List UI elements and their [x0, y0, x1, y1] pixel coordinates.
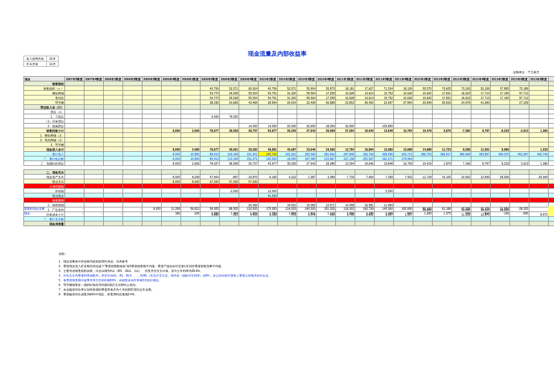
cell — [123, 170, 142, 175]
cell — [413, 138, 433, 142]
cell: 47,604 — [200, 175, 220, 179]
col-header: 2010年2季度 — [278, 77, 297, 81]
note-line: 4、开先支出为季度利率底数为，所定年由A1、B1、B1A、……和B2（所含开支出… — [59, 273, 320, 278]
cell: 16,623 — [452, 96, 471, 100]
row-label: 所得税 — [24, 189, 65, 193]
cell — [413, 193, 433, 198]
summary-cell: 145,060 — [374, 206, 393, 211]
cell — [220, 119, 239, 124]
cell — [317, 133, 336, 138]
cell — [394, 221, 413, 226]
cell — [200, 221, 220, 226]
cell — [278, 138, 297, 142]
summary-cell: - — [123, 211, 142, 216]
cell: 151,321 — [239, 152, 259, 156]
cell: 54,770 — [200, 96, 220, 100]
col-header: 2011年2季度 — [355, 77, 375, 81]
cell: 18,181 — [336, 86, 355, 91]
cell — [200, 105, 220, 110]
summary-cell: -11,050 — [490, 206, 509, 211]
cell: 832,429 — [549, 100, 555, 105]
cell — [336, 217, 355, 221]
cell — [123, 147, 142, 152]
cell: 35,265 — [278, 128, 297, 133]
cell: 97,712 — [510, 96, 529, 100]
cell — [220, 221, 239, 226]
cell: 73,605 — [433, 86, 452, 91]
cell: 39,492 — [355, 100, 375, 105]
row-label: 土地增值税 — [24, 184, 65, 189]
notes-block: 说明： 1、现金流量表中所得税均按实际35%考虑。仅供参考2、季度现金流入栏金额… — [59, 252, 320, 296]
cell — [336, 170, 355, 175]
cell — [297, 179, 317, 184]
cell — [336, 138, 355, 142]
cell — [181, 170, 200, 175]
cell — [452, 81, 471, 86]
summary-cell: 225 — [181, 211, 200, 216]
cell — [491, 110, 510, 114]
cell — [200, 133, 220, 138]
cell: 3,870 — [433, 128, 452, 133]
cell — [123, 189, 142, 193]
row-label: 二、累计支出数 — [24, 217, 65, 221]
cell — [452, 170, 471, 175]
note-line: 1、现金流量表中所得税均按实际35%考虑。仅供参考 — [59, 259, 320, 264]
notes-title: 说明： — [59, 252, 320, 255]
cell — [297, 138, 317, 142]
cell — [471, 114, 491, 119]
cell — [162, 217, 181, 221]
cell: 394,370 — [491, 152, 510, 156]
cell: -2,613 — [510, 128, 529, 133]
cell: 38,330 — [200, 100, 220, 105]
cell — [471, 142, 491, 147]
cell — [104, 147, 123, 152]
cell — [142, 133, 162, 138]
cell — [529, 81, 549, 86]
cell — [471, 221, 491, 226]
cell: -19,870 — [239, 175, 259, 179]
cell — [336, 119, 355, 124]
row-label: 2、毛坯商铺（2） — [24, 138, 65, 142]
cell — [162, 221, 181, 226]
cell — [200, 110, 220, 114]
cell — [278, 217, 297, 221]
row-label: 现金流入合计 — [24, 147, 65, 152]
cell — [510, 189, 529, 193]
cell — [355, 81, 375, 86]
cell — [529, 114, 549, 119]
cell — [317, 193, 336, 198]
cell — [278, 114, 297, 119]
cell — [529, 133, 549, 138]
cell: 57,895 — [491, 86, 510, 91]
col-header: 2008年2季度 — [123, 77, 142, 81]
summary-cell: 1,811 — [297, 211, 316, 216]
summary-row-label: 累累积现金流量: — [23, 206, 64, 211]
cell: 32,900 — [336, 124, 355, 128]
cell — [162, 138, 181, 142]
cell — [549, 110, 555, 114]
cell: 28,089 — [317, 128, 336, 133]
cell — [510, 179, 529, 184]
cell — [529, 221, 549, 226]
cell — [549, 119, 555, 124]
cell — [491, 119, 510, 124]
cell: 41,695 — [471, 100, 491, 105]
cell: 237,138 — [336, 156, 355, 161]
cell: 2,656 — [181, 161, 200, 166]
cell — [181, 81, 200, 86]
cell — [84, 161, 104, 166]
cell — [529, 217, 549, 221]
cell — [142, 152, 162, 156]
cell — [317, 114, 336, 119]
cell: 17,258 — [317, 91, 336, 96]
cell — [355, 124, 375, 128]
cell — [452, 110, 471, 114]
cell — [491, 138, 510, 142]
cell — [491, 170, 510, 175]
summary-cell: 1,189 — [355, 211, 374, 216]
cell — [529, 156, 549, 161]
cell: 10,962 — [452, 175, 471, 179]
cell — [549, 170, 555, 175]
cell — [433, 81, 452, 86]
page-title: 现金流量及内部收益率 — [0, 50, 554, 58]
